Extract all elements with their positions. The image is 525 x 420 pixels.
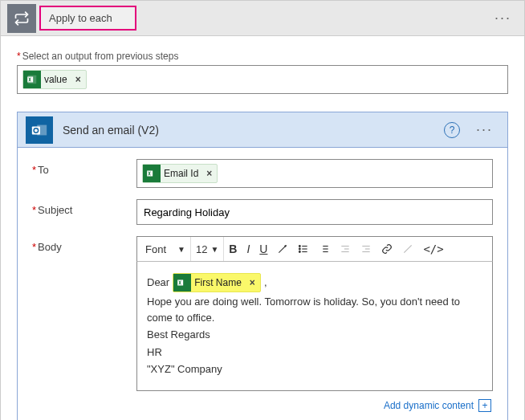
svg-point-7: [299, 246, 301, 247]
excel-icon: [23, 71, 41, 88]
svg-rect-5: [147, 171, 153, 177]
body-line: HR: [147, 345, 482, 361]
outer-header: Apply to each ···: [1, 1, 524, 36]
loop-icon: [7, 4, 36, 33]
italic-button[interactable]: I: [242, 237, 254, 261]
chevron-down-icon: ▼: [177, 245, 185, 254]
excel-icon: [143, 165, 161, 182]
remove-token-icon[interactable]: ×: [245, 275, 260, 290]
token-label: First Name: [194, 275, 245, 290]
outdent-button[interactable]: [335, 237, 356, 261]
email-title: Send an email (V2): [63, 124, 444, 137]
email-header: Send an email (V2) ? ···: [18, 112, 507, 148]
body-line: Best Regards: [147, 327, 482, 343]
body-row: *Body Font▼ 12▼ B I U: [32, 236, 493, 412]
excel-icon: [173, 274, 191, 292]
body-text-dear: Dear: [147, 275, 169, 291]
clear-format-button[interactable]: [397, 237, 418, 261]
send-email-card: Send an email (V2) ? ··· *To Email Id: [17, 112, 508, 420]
email-id-token[interactable]: Email Id ×: [142, 164, 218, 183]
editor-toolbar: Font▼ 12▼ B I U </>: [136, 236, 493, 262]
font-select[interactable]: Font▼: [137, 237, 191, 261]
outlook-icon: [26, 116, 53, 144]
body-label: *Body: [32, 236, 136, 253]
chevron-down-icon: ▼: [210, 245, 218, 254]
more-menu-outer[interactable]: ···: [488, 6, 518, 30]
subject-label: *Subject: [32, 199, 136, 216]
apply-to-each-card: Apply to each ··· *Select an output from…: [0, 0, 525, 420]
select-output-label: *Select an output from previous steps: [17, 51, 508, 62]
remove-token-icon[interactable]: ×: [201, 168, 217, 179]
first-name-token[interactable]: First Name ×: [173, 273, 261, 292]
to-input[interactable]: Email Id ×: [136, 159, 493, 188]
svg-rect-3: [32, 126, 40, 134]
body-text-comma: ,: [264, 275, 267, 291]
apply-to-each-title: Apply to each: [39, 6, 136, 31]
remove-token-icon[interactable]: ×: [71, 74, 86, 85]
svg-point-6: [285, 245, 287, 247]
more-menu-email[interactable]: ···: [470, 118, 499, 141]
subject-row: *Subject: [32, 199, 493, 225]
token-label: Email Id: [164, 168, 201, 179]
underline-button[interactable]: U: [254, 237, 272, 261]
subject-input[interactable]: [136, 199, 493, 225]
add-dynamic-content-link[interactable]: Add dynamic content +: [384, 399, 491, 412]
svg-point-9: [299, 248, 301, 250]
to-label: *To: [32, 159, 136, 176]
svg-rect-22: [177, 280, 183, 286]
number-list-button[interactable]: [314, 237, 335, 261]
svg-rect-1: [27, 77, 33, 83]
help-icon[interactable]: ?: [444, 122, 460, 138]
value-token[interactable]: value ×: [22, 70, 87, 89]
select-output-input[interactable]: value ×: [17, 65, 508, 94]
body-editor[interactable]: Dear First Name × , Hope y: [136, 262, 493, 391]
body-line: "XYZ" Company: [147, 361, 482, 377]
bold-button[interactable]: B: [224, 237, 242, 261]
token-label: value: [44, 74, 71, 85]
indent-button[interactable]: [356, 237, 376, 261]
bullet-list-button[interactable]: [293, 237, 314, 261]
body-line: Hope you are doing well. Tomorrow is hol…: [147, 294, 482, 325]
email-body-section: *To Email Id ×: [18, 148, 507, 420]
required-star: *: [17, 51, 21, 62]
plus-icon: +: [478, 399, 491, 412]
dynamic-content-row: Add dynamic content +: [136, 399, 491, 412]
color-button[interactable]: [272, 237, 293, 261]
code-view-button[interactable]: </>: [418, 237, 448, 261]
font-size-select[interactable]: 12▼: [191, 237, 224, 261]
svg-point-11: [299, 251, 301, 253]
to-row: *To Email Id ×: [32, 159, 493, 188]
link-button[interactable]: [376, 237, 397, 261]
outer-body: *Select an output from previous steps va…: [1, 36, 524, 420]
